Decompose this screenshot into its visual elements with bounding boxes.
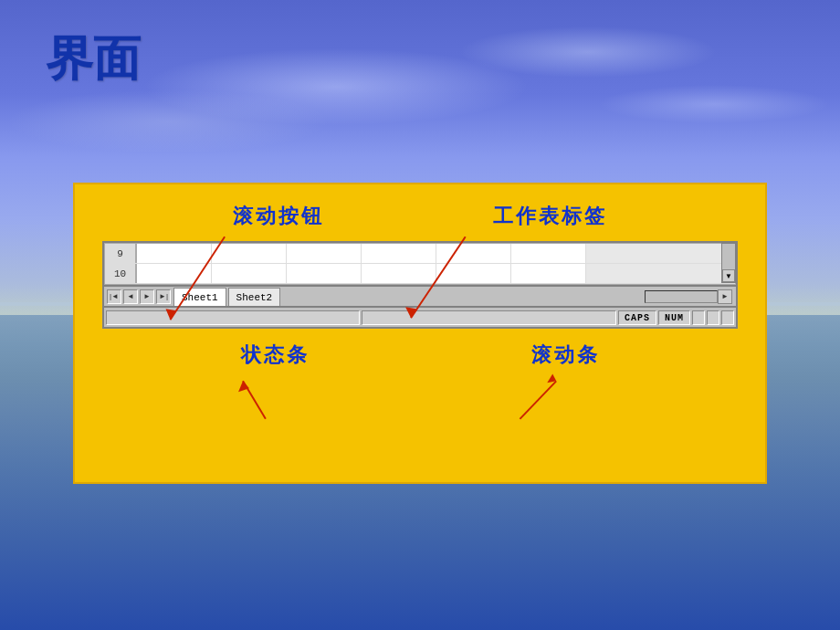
- cell: [212, 244, 287, 263]
- nav-prev-button[interactable]: ◄: [123, 289, 138, 304]
- svg-marker-7: [547, 373, 556, 383]
- label-scrollbar: 滚动条: [531, 341, 600, 369]
- label-status-bar: 状态条: [241, 341, 310, 369]
- tab-scroll-area: ►: [284, 289, 734, 304]
- row-number-9: 9: [105, 244, 137, 263]
- cell-last: [586, 244, 735, 263]
- cell: [287, 244, 362, 263]
- nav-first-button[interactable]: |◄: [107, 289, 121, 304]
- caps-indicator: CAPS: [618, 310, 656, 325]
- status-empty1: [362, 310, 615, 325]
- label-scroll-buttons: 滚动按钮: [233, 203, 324, 230]
- status-bar: CAPS NUM: [104, 307, 736, 327]
- cell-last: [586, 264, 735, 283]
- label-worksheet-tabs: 工作表标签: [493, 203, 607, 230]
- tab-bar: |◄ ◄ ► ►| Sheet1 Sheet2 ►: [104, 285, 736, 307]
- nav-next-button[interactable]: ►: [140, 289, 154, 304]
- status-empty2: [692, 310, 705, 325]
- grid-area: 9 10: [104, 243, 736, 285]
- yellow-panel: 滚动按钮 工作表标签 9 10: [73, 183, 767, 484]
- cell: [511, 244, 586, 263]
- page-title: 界面: [46, 27, 141, 91]
- row-number-10: 10: [105, 264, 137, 283]
- cell: [287, 264, 362, 283]
- cell: [212, 264, 287, 283]
- tab-scrollbar[interactable]: [645, 290, 718, 303]
- svg-marker-5: [238, 381, 249, 392]
- cell: [137, 244, 212, 263]
- vertical-scrollbar[interactable]: ▼: [721, 243, 736, 283]
- svg-line-6: [520, 381, 556, 418]
- cell: [362, 264, 436, 283]
- sheet-tab-sheet2[interactable]: Sheet2: [228, 288, 281, 306]
- top-labels-row: 滚动按钮 工作表标签: [93, 203, 747, 230]
- num-indicator: NUM: [658, 310, 690, 325]
- cell: [436, 244, 511, 263]
- cell: [436, 264, 511, 283]
- status-empty3: [707, 310, 719, 325]
- status-main: [106, 310, 360, 325]
- status-empty4: [721, 310, 734, 325]
- svg-line-4: [243, 381, 266, 418]
- table-row: 9: [105, 244, 735, 264]
- cell: [362, 244, 436, 263]
- cell: [511, 264, 586, 283]
- tab-scroll-right[interactable]: ►: [718, 289, 732, 304]
- sheet-tab-sheet1[interactable]: Sheet1: [173, 288, 226, 306]
- scroll-down-arrow[interactable]: ▼: [722, 269, 735, 282]
- bottom-labels-row: 状态条 滚动条: [93, 341, 747, 369]
- spreadsheet-window: 9 10: [102, 241, 738, 329]
- cell: [137, 264, 212, 283]
- table-row: 10: [105, 264, 735, 284]
- nav-last-button[interactable]: ►|: [156, 289, 171, 304]
